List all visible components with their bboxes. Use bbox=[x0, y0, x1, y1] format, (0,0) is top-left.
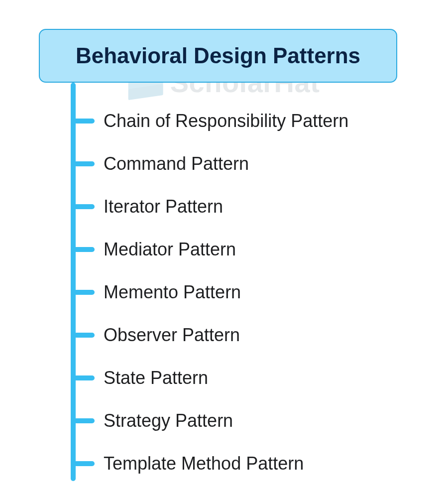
tree-branch bbox=[74, 461, 95, 466]
tree-branch bbox=[74, 204, 95, 209]
tree-branch bbox=[74, 418, 95, 423]
list-item: Mediator Pattern bbox=[71, 228, 429, 271]
tree-items: Chain of Responsibility PatternCommand P… bbox=[71, 100, 429, 485]
diagram-canvas: ScholarHat Behavioral Design Patterns Ch… bbox=[0, 0, 448, 498]
list-item: State Pattern bbox=[71, 357, 429, 399]
list-item: Chain of Responsibility Pattern bbox=[71, 100, 429, 142]
pattern-tree: Chain of Responsibility PatternCommand P… bbox=[71, 83, 429, 481]
list-item: Template Method Pattern bbox=[71, 442, 429, 485]
list-item: Command Pattern bbox=[71, 142, 429, 185]
title-box: Behavioral Design Patterns bbox=[39, 29, 397, 83]
pattern-label: Strategy Pattern bbox=[104, 410, 233, 431]
tree-branch bbox=[74, 375, 95, 380]
tree-branch bbox=[74, 247, 95, 252]
pattern-label: Mediator Pattern bbox=[104, 239, 236, 260]
pattern-label: Iterator Pattern bbox=[104, 196, 223, 217]
tree-branch bbox=[74, 119, 95, 124]
tree-branch bbox=[74, 290, 95, 295]
tree-branch bbox=[74, 333, 95, 338]
list-item: Memento Pattern bbox=[71, 271, 429, 314]
pattern-label: Chain of Responsibility Pattern bbox=[104, 111, 348, 131]
tree-branch bbox=[74, 161, 95, 166]
list-item: Strategy Pattern bbox=[71, 399, 429, 442]
pattern-label: Memento Pattern bbox=[104, 282, 241, 303]
list-item: Observer Pattern bbox=[71, 314, 429, 357]
pattern-label: Command Pattern bbox=[104, 153, 249, 174]
pattern-label: Template Method Pattern bbox=[104, 453, 304, 474]
pattern-label: State Pattern bbox=[104, 368, 208, 388]
page-title: Behavioral Design Patterns bbox=[76, 43, 360, 68]
pattern-label: Observer Pattern bbox=[104, 325, 240, 346]
list-item: Iterator Pattern bbox=[71, 185, 429, 228]
